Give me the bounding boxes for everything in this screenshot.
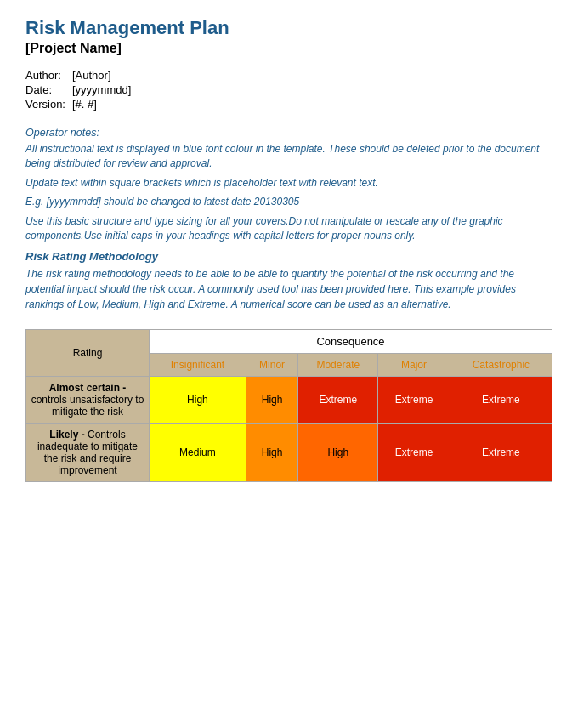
version-value: [#. #] [72, 97, 138, 111]
meta-table: Author: [Author] Date: [yyyymmdd] Versio… [26, 68, 138, 111]
col-major: Major [378, 354, 450, 377]
cell-r1-c2: High [246, 377, 298, 424]
cell-r1-c1: High [150, 377, 246, 424]
col-insignificant: Insignificant [150, 354, 246, 377]
project-name: [Project Name] [26, 41, 552, 56]
table-row: Likely - Controls inadequate to mitigate… [26, 424, 552, 482]
rating-header: Rating [26, 330, 150, 377]
col-catastrophic: Catastrophic [450, 354, 552, 377]
row1-label: Almost certain - controls unsatisfactory… [26, 377, 150, 424]
version-label: Version: [26, 97, 72, 111]
date-label: Date: [26, 82, 72, 97]
consequence-header: Consequence [150, 330, 552, 354]
operator-notes-label: Operator notes: [26, 127, 552, 139]
row2-label: Likely - Controls inadequate to mitigate… [26, 424, 150, 482]
cell-r1-c5: Extreme [450, 377, 552, 424]
cell-r2-c2: High [246, 424, 298, 482]
cell-r2-c5: Extreme [450, 424, 552, 482]
date-value: [yyyymmdd] [72, 82, 138, 97]
author-label: Author: [26, 68, 72, 82]
author-value: [Author] [72, 68, 138, 82]
cell-r2-c4: Extreme [378, 424, 450, 482]
operator-line2: Update text within square brackets which… [26, 176, 552, 191]
risk-rating-text: The risk rating methodology needs to be … [26, 266, 552, 312]
operator-line4: Use this basic structure and type sizing… [26, 214, 552, 244]
risk-matrix-wrapper: Rating Consequence Insignificant Minor M… [26, 329, 552, 482]
risk-rating-heading: Risk Rating Methodology [26, 250, 552, 263]
cell-r1-c3: Extreme [298, 377, 378, 424]
risk-matrix: Rating Consequence Insignificant Minor M… [26, 329, 552, 482]
col-minor: Minor [246, 354, 298, 377]
operator-line3: E.g. [yyyymmdd] should be changed to lat… [26, 195, 552, 209]
col-moderate: Moderate [298, 354, 378, 377]
cell-r1-c4: Extreme [378, 377, 450, 424]
page-title: Risk Management Plan [26, 17, 552, 39]
table-row: Almost certain - controls unsatisfactory… [26, 377, 552, 424]
cell-r2-c1: Medium [150, 424, 246, 482]
operator-line1: All instructional text is displayed in b… [26, 142, 552, 172]
cell-r2-c3: High [298, 424, 378, 482]
